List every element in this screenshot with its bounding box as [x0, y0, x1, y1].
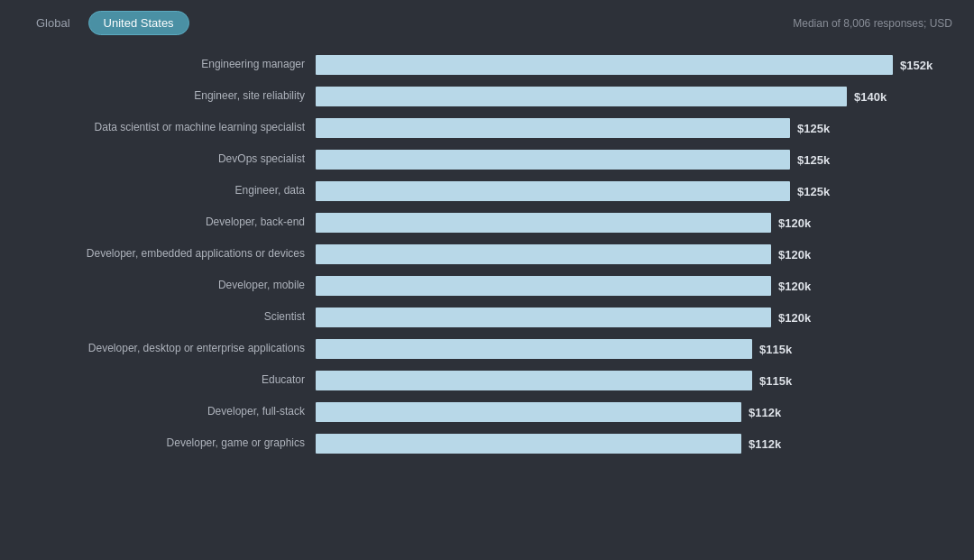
bar-row: Engineering manager$152k	[9, 51, 947, 78]
bar	[316, 308, 771, 327]
bar-label: Engineering manager	[9, 58, 316, 72]
bar	[316, 150, 790, 170]
header: Global United States Median of 8,006 res…	[0, 0, 974, 42]
bar-row: Developer, back-end$120k	[9, 209, 947, 236]
bar	[316, 276, 771, 296]
bar-label: Scientist	[9, 310, 316, 325]
bar-value: $120k	[778, 216, 811, 230]
bar-label: Developer, game or graphics	[9, 436, 316, 451]
bar	[316, 181, 790, 201]
chart-container: Engineering manager$152kEngineer, site r…	[0, 42, 974, 471]
bar-value: $112k	[749, 437, 781, 451]
bar	[316, 118, 790, 138]
bar-track: $125k	[316, 181, 947, 201]
bar	[316, 434, 741, 454]
bar-label: Data scientist or machine learning speci…	[9, 121, 316, 135]
bar-label: Developer, embedded applications or devi…	[9, 247, 316, 262]
bar-row: Data scientist or machine learning speci…	[9, 115, 947, 142]
bar-value: $120k	[778, 248, 811, 262]
bar-row: Engineer, site reliability$140k	[9, 83, 947, 110]
bar-value: $125k	[797, 122, 830, 135]
bar-track: $112k	[316, 434, 947, 454]
bar-row: Developer, mobile$120k	[9, 272, 947, 299]
bar-row: Developer, embedded applications or devi…	[9, 241, 947, 268]
bar	[316, 371, 752, 390]
bar-label: Engineer, site reliability	[9, 89, 316, 104]
bar-label: DevOps specialist	[9, 152, 316, 167]
bar-track: $120k	[316, 244, 947, 264]
bar-row: Scientist$120k	[9, 304, 947, 331]
bar	[316, 55, 893, 75]
bar-row: Developer, full-stack$112k	[9, 399, 947, 426]
bar	[316, 213, 771, 233]
bar-value: $112k	[749, 406, 781, 419]
bar-value: $140k	[854, 90, 887, 104]
bar-value: $125k	[797, 153, 830, 167]
bar	[316, 87, 847, 106]
bar-track: $120k	[316, 276, 947, 296]
bar-track: $120k	[316, 308, 947, 327]
bar-track: $112k	[316, 402, 947, 422]
bar-value: $120k	[778, 280, 811, 293]
bar-track: $120k	[316, 213, 947, 233]
subtitle: Median of 8,006 responses; USD	[793, 17, 952, 30]
tab-global[interactable]: Global	[22, 12, 85, 34]
bar	[316, 402, 741, 422]
tab-united-states[interactable]: United States	[88, 11, 189, 35]
bar-label: Developer, desktop or enterprise applica…	[9, 342, 316, 356]
bar-value: $152k	[900, 59, 933, 72]
tab-group: Global United States	[22, 11, 189, 35]
bar-row: Engineer, data$125k	[9, 178, 947, 205]
bar-value: $125k	[797, 185, 830, 198]
bar-track: $115k	[316, 371, 947, 390]
bar-value: $120k	[778, 311, 811, 325]
bar-track: $152k	[316, 55, 947, 75]
bar-track: $125k	[316, 118, 947, 138]
bar-label: Developer, full-stack	[9, 405, 316, 419]
bar-label: Developer, back-end	[9, 216, 316, 230]
bar-label: Engineer, data	[9, 184, 316, 198]
bar-track: $125k	[316, 150, 947, 170]
bar-track: $140k	[316, 87, 947, 106]
bar	[316, 339, 752, 359]
bar-value: $115k	[759, 374, 792, 388]
bar-row: DevOps specialist$125k	[9, 146, 947, 173]
bar-value: $115k	[759, 343, 792, 356]
bar	[316, 244, 771, 264]
bar-label: Developer, mobile	[9, 279, 316, 293]
bar-row: Educator$115k	[9, 367, 947, 394]
bar-row: Developer, game or graphics$112k	[9, 430, 947, 457]
bar-row: Developer, desktop or enterprise applica…	[9, 335, 947, 363]
bar-label: Educator	[9, 373, 316, 388]
bar-track: $115k	[316, 339, 947, 359]
